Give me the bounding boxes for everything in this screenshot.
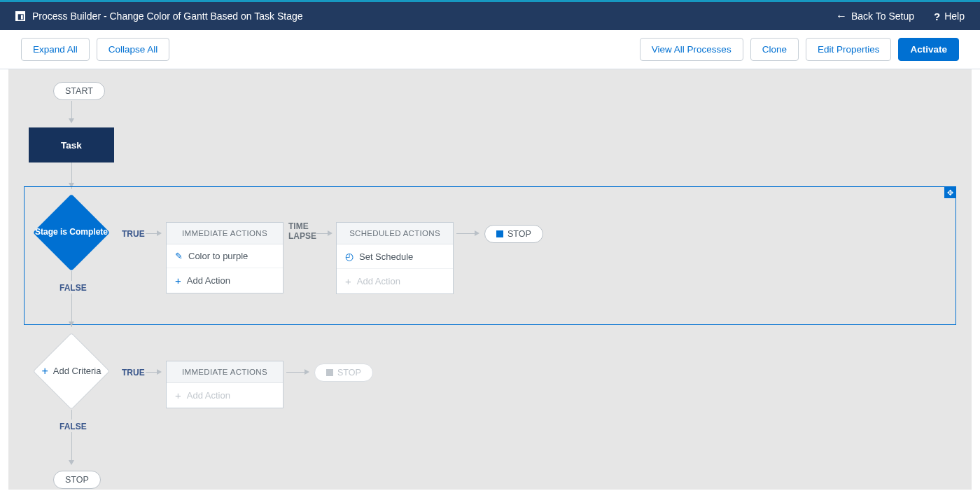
add-action-label: Add Action xyxy=(187,275,230,286)
collapse-icon[interactable]: ◧ xyxy=(15,11,25,21)
start-node: START xyxy=(53,82,105,100)
connector xyxy=(71,271,72,281)
connector xyxy=(71,432,72,463)
start-label: START xyxy=(65,86,93,96)
arrowhead-right-icon xyxy=(304,369,309,375)
add-action-button-2: + Add Action xyxy=(167,383,283,408)
help-label: Help xyxy=(944,11,965,22)
page-header: ◧ Process Builder - Change Color of Gant… xyxy=(0,2,980,30)
stop-icon xyxy=(496,230,503,237)
activate-button[interactable]: Activate xyxy=(898,38,959,61)
set-schedule-button[interactable]: ◴ Set Schedule xyxy=(337,244,453,269)
stop-label: STOP xyxy=(65,475,89,485)
criteria-label: Stage is Complete xyxy=(35,227,108,238)
false-label: FALSE xyxy=(59,283,87,293)
true-label: TRUE xyxy=(122,368,145,378)
help-icon: ? xyxy=(934,11,940,22)
add-scheduled-action-button: + Add Action xyxy=(337,269,453,293)
stop-node[interactable]: STOP xyxy=(484,225,543,243)
stop-label: STOP xyxy=(337,368,361,378)
collapse-all-button[interactable]: Collapse All xyxy=(97,38,170,61)
criteria-stage-complete[interactable]: Stage is Complete xyxy=(33,194,110,271)
scheduled-actions-box: SCHEDULED ACTIONS ◴ Set Schedule + Add A… xyxy=(336,222,454,294)
connector xyxy=(286,372,306,373)
arrowhead-right-icon xyxy=(328,230,332,236)
plus-icon: + xyxy=(42,364,48,379)
help-link[interactable]: ? Help xyxy=(934,11,965,22)
false-label: FALSE xyxy=(59,422,87,431)
page-title: Process Builder - Change Color of Gantt … xyxy=(32,11,303,22)
arrowhead-right-icon xyxy=(157,230,162,236)
connector xyxy=(71,101,72,120)
immediate-actions-box: IMMEDIATE ACTIONS ✎ Color to purple + Ad… xyxy=(166,222,284,293)
immediate-actions-header: IMMEDIATE ACTIONS xyxy=(167,223,283,244)
arrowhead-right-icon xyxy=(475,230,479,236)
stop-label: STOP xyxy=(507,229,531,239)
arrowhead-down-icon xyxy=(69,118,74,123)
move-handle-icon[interactable]: ✥ xyxy=(944,187,955,198)
clock-icon: ◴ xyxy=(345,251,354,262)
action-label: Color to purple xyxy=(188,251,248,261)
connector xyxy=(71,410,72,420)
add-criteria-node[interactable]: + Add Criteria xyxy=(33,333,110,410)
immediate-actions-box-2: IMMEDIATE ACTIONS + Add Action xyxy=(166,361,284,408)
arrowhead-right-icon xyxy=(157,369,162,375)
immediate-actions-header: IMMEDIATE ACTIONS xyxy=(167,361,283,383)
stop-node-disabled: STOP xyxy=(314,364,373,382)
object-label: Task xyxy=(61,140,82,151)
action-color-to-purple[interactable]: ✎ Color to purple xyxy=(167,244,283,268)
time-lapse-label: TIME LAPSE xyxy=(288,222,316,242)
add-action-button[interactable]: + Add Action xyxy=(167,268,283,293)
true-label: TRUE xyxy=(122,229,145,239)
clone-button[interactable]: Clone xyxy=(750,38,799,61)
connector xyxy=(456,233,476,234)
add-criteria-label: Add Criteria xyxy=(53,366,102,378)
process-canvas: START Task ✥ Stage is Complete TRUE IMME… xyxy=(0,69,980,498)
plus-icon: + xyxy=(175,389,181,401)
add-action-label: Add Action xyxy=(357,276,400,286)
back-to-setup-link[interactable]: ← Back To Setup xyxy=(836,10,914,22)
pencil-icon: ✎ xyxy=(175,251,183,261)
arrowhead-down-icon xyxy=(69,460,74,465)
plus-icon: + xyxy=(345,275,351,287)
add-action-label: Add Action xyxy=(187,390,230,401)
set-schedule-label: Set Schedule xyxy=(359,251,413,262)
plus-icon: + xyxy=(175,275,181,286)
edit-properties-button[interactable]: Edit Properties xyxy=(806,38,892,61)
stop-icon xyxy=(326,369,333,376)
view-all-processes-button[interactable]: View All Processes xyxy=(640,38,743,61)
back-label: Back To Setup xyxy=(851,11,914,22)
object-node[interactable]: Task xyxy=(29,127,114,162)
selection-frame: ✥ xyxy=(24,186,956,325)
arrow-left-icon: ← xyxy=(836,10,847,22)
end-stop-node: STOP xyxy=(53,471,101,489)
toolbar: Expand All Collapse All View All Process… xyxy=(0,30,980,69)
scheduled-actions-header: SCHEDULED ACTIONS xyxy=(337,223,453,244)
expand-all-button[interactable]: Expand All xyxy=(21,38,90,61)
arrowhead-down-icon xyxy=(69,321,74,326)
